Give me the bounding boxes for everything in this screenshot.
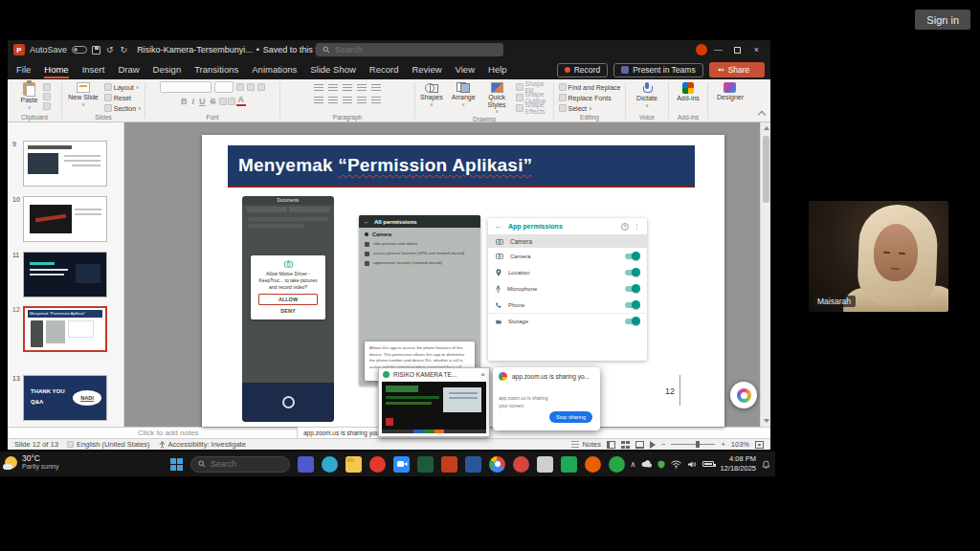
clear-formatting-icon[interactable]	[257, 83, 265, 91]
reading-view-button[interactable]	[635, 441, 644, 449]
phone-screenshot-all-permissions[interactable]: ← All permissions Camera take pictures a…	[359, 215, 480, 386]
present-in-teams-button[interactable]: Present in Teams	[613, 63, 703, 77]
slide-sorter-view-button[interactable]	[621, 441, 630, 449]
record-button[interactable]: Record	[557, 63, 608, 77]
tab-slide-show[interactable]: Slide Show	[303, 60, 363, 79]
close-icon[interactable]: ×	[480, 370, 485, 379]
bullets-icon[interactable]	[314, 84, 323, 92]
taskbar-app-explorer[interactable]	[345, 456, 362, 473]
taskbar-app-brave[interactable]	[513, 456, 529, 473]
slide-title[interactable]: Menyemak “Permission Aplikasi”	[228, 145, 695, 187]
zoom-out-button[interactable]: −	[661, 440, 665, 449]
scrollbar-thumb[interactable]	[763, 136, 769, 203]
taskbar-app-zoom[interactable]	[393, 456, 410, 473]
tab-file[interactable]: File	[10, 60, 37, 79]
tab-insert[interactable]: Insert	[76, 60, 112, 79]
tab-design[interactable]: Design	[146, 60, 189, 79]
scroll-up-icon[interactable]	[764, 126, 769, 130]
replace-button[interactable]: Replace Fonts	[559, 93, 612, 102]
screen-sharing-popup[interactable]: app.zoom.us is sharing yo... app.zoom.us…	[493, 367, 600, 430]
taskbar-app-powerpoint[interactable]	[441, 456, 457, 473]
taskbar-app-firefox[interactable]	[585, 456, 601, 473]
tab-draw[interactable]: Draw	[111, 60, 145, 79]
paste-button[interactable]: Paste ∨	[18, 81, 41, 111]
autosave-toggle[interactable]	[72, 46, 87, 54]
notes-button[interactable]: Notes	[571, 440, 601, 449]
zoom-in-button[interactable]: +	[721, 440, 724, 449]
taskbar-app-whatsapp[interactable]	[609, 456, 625, 473]
slide-thumbnail-10[interactable]	[23, 196, 107, 242]
decrease-indent-icon[interactable]	[343, 84, 352, 92]
layout-button[interactable]: Layout∨	[104, 82, 142, 92]
collapse-ribbon-icon[interactable]	[758, 111, 766, 119]
italic-button[interactable]: I	[189, 97, 196, 106]
canvas-scrollbar[interactable]	[760, 122, 770, 427]
taskbar-clock[interactable]: 4:08 PM 12/18/2025	[720, 454, 756, 474]
underline-button[interactable]: U	[197, 97, 208, 106]
taskbar-search-box[interactable]	[190, 456, 290, 473]
powerpoint-app-icon[interactable]: P	[13, 44, 25, 55]
tab-view[interactable]: View	[449, 60, 481, 79]
zoom-level[interactable]: 103%	[731, 440, 749, 449]
slide-thumbnail-12[interactable]: Menyemak "Permission Aplikasi"	[23, 306, 107, 352]
align-center-icon[interactable]	[328, 97, 338, 104]
shapes-button[interactable]: Shapes∨	[417, 81, 446, 108]
designer-fab-button[interactable]	[730, 382, 757, 408]
taskbar-search-input[interactable]	[211, 459, 282, 469]
onedrive-cloud-icon[interactable]	[641, 460, 652, 468]
scroll-down-icon[interactable]	[764, 419, 769, 423]
slideshow-view-button[interactable]	[650, 441, 656, 449]
tab-transitions[interactable]: Transitions	[188, 60, 245, 79]
phone-screenshot-permission-dialog[interactable]: Documents Allow Motive Driver - KeepTruc…	[242, 196, 334, 422]
font-color-button[interactable]: A	[236, 96, 247, 106]
redo-icon[interactable]: ↻	[120, 45, 129, 55]
increase-indent-icon[interactable]	[357, 84, 367, 92]
taskbar-app-chrome[interactable]	[489, 456, 505, 473]
tray-expand-icon[interactable]: ∧	[631, 460, 636, 469]
dictate-button[interactable]: Dictate∨	[634, 81, 660, 109]
designer-button[interactable]: Designer	[714, 81, 746, 102]
section-button[interactable]: Section∨	[104, 103, 142, 113]
battery-icon[interactable]	[702, 461, 714, 467]
close-button[interactable]: ×	[748, 43, 765, 57]
quick-styles-button[interactable]: Quick Styles∨	[481, 81, 513, 115]
text-direction-icon[interactable]	[371, 97, 381, 104]
tab-review[interactable]: Review	[405, 60, 448, 79]
taskbar-app-excel[interactable]	[561, 456, 577, 473]
character-spacing-icon[interactable]	[228, 98, 235, 105]
document-title[interactable]: Risiko-Kamera-Tersembunyi... • Saved to …	[137, 45, 334, 55]
normal-view-button[interactable]	[607, 441, 615, 449]
taskbar-app-edge[interactable]	[322, 456, 338, 473]
tab-help[interactable]: Help	[481, 60, 514, 79]
taskbar-app-green-tool[interactable]	[417, 456, 434, 473]
wifi-icon[interactable]	[671, 460, 681, 469]
share-button[interactable]: Share ∨	[709, 62, 765, 77]
slide-thumbnail-13[interactable]: THANK YOU Q&A NADI	[23, 375, 107, 421]
sign-in-button[interactable]: Sign in	[915, 10, 970, 30]
zoom-slider-knob[interactable]	[696, 441, 700, 448]
increase-font-icon[interactable]	[236, 83, 244, 91]
tab-animations[interactable]: Animations	[245, 60, 303, 79]
phone-screenshot-app-permissions[interactable]: ← App permissions ? ⋮ Camera	[488, 218, 647, 361]
select-button[interactable]: Select∨	[559, 103, 592, 113]
find-button[interactable]: Find and Replace	[559, 82, 621, 92]
reset-button[interactable]: Reset	[104, 93, 142, 102]
numbering-icon[interactable]	[328, 84, 338, 92]
taskbar-weather-widget[interactable]: 30°C Partly sunny	[5, 453, 59, 472]
taskbar-app-files[interactable]	[537, 456, 553, 473]
format-painter-icon[interactable]	[43, 102, 51, 110]
undo-icon[interactable]: ↺	[105, 45, 115, 55]
volume-icon[interactable]	[687, 460, 697, 469]
align-left-icon[interactable]	[314, 97, 323, 104]
slide-thumbnail-11[interactable]	[23, 252, 107, 298]
addins-button[interactable]: Add-ins	[674, 81, 702, 103]
strikethrough-button[interactable]: S	[209, 97, 218, 106]
account-avatar[interactable]	[696, 44, 707, 55]
stop-sharing-button[interactable]: Stop sharing	[549, 411, 592, 423]
start-button[interactable]	[170, 458, 183, 471]
decrease-font-icon[interactable]	[247, 83, 255, 91]
new-slide-button[interactable]: New Slide ∨	[65, 81, 101, 108]
tab-home[interactable]: Home	[37, 60, 75, 79]
line-spacing-icon[interactable]	[371, 84, 381, 92]
fit-to-window-button[interactable]	[755, 441, 764, 449]
